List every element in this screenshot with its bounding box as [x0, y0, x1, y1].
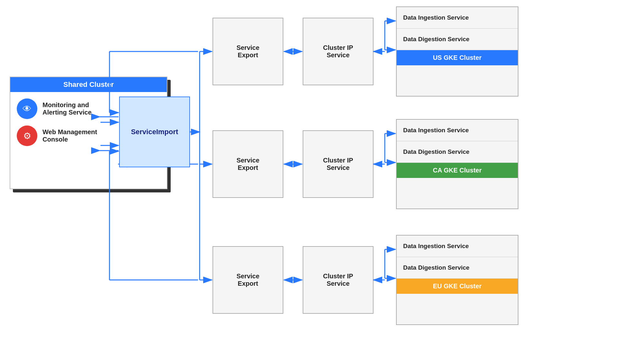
cluster-ip-service-2: Cluster IPService — [303, 130, 374, 198]
service-export-2: ServiceExport — [213, 130, 283, 198]
us-gke-cluster: Data Ingestion Service Data Digestion Se… — [396, 6, 518, 97]
eu-data-ingestion: Data Ingestion Service — [397, 236, 518, 257]
web-management-label: Web ManagementConsole — [43, 128, 97, 143]
us-data-ingestion: Data Ingestion Service — [397, 7, 518, 29]
us-gke-label: US GKE Cluster — [397, 50, 518, 65]
cluster-ip-service-3: Cluster IPService — [303, 246, 374, 314]
ca-gke-cluster: Data Ingestion Service Data Digestion Se… — [396, 119, 518, 209]
ca-gke-label: CA GKE Cluster — [397, 163, 518, 178]
eu-gke-cluster: Data Ingestion Service Data Digestion Se… — [396, 235, 518, 325]
eu-gke-label: EU GKE Cluster — [397, 279, 518, 294]
monitoring-label: Monitoring andAlerting Service — [43, 101, 91, 116]
ca-data-ingestion: Data Ingestion Service — [397, 120, 518, 141]
service-import-box: ServiceImport — [119, 97, 190, 167]
us-data-digestion: Data Digestion Service — [397, 29, 518, 50]
shared-cluster-header: Shared Cluster — [10, 77, 167, 92]
service-export-1: ServiceExport — [213, 18, 283, 85]
eu-data-digestion: Data Digestion Service — [397, 257, 518, 279]
monitoring-icon: 👁 — [17, 98, 37, 119]
service-import-label: ServiceImport — [131, 128, 178, 136]
ca-data-digestion: Data Digestion Service — [397, 141, 518, 163]
service-export-3: ServiceExport — [213, 246, 283, 314]
gear-icon: ⚙ — [17, 125, 37, 146]
diagram: Shared Cluster 👁 Monitoring andAlerting … — [0, 0, 644, 362]
cluster-ip-service-1: Cluster IPService — [303, 18, 374, 85]
